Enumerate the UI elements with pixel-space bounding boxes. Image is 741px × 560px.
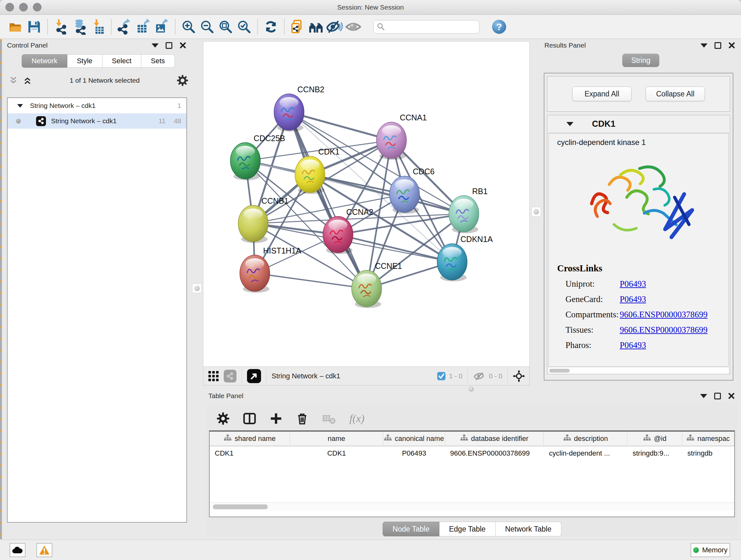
- node-CCNA1[interactable]: [377, 122, 407, 160]
- node-CCNE1[interactable]: [352, 270, 382, 308]
- memory-button[interactable]: Memory: [690, 543, 730, 557]
- column-header-database-identifier[interactable]: database identifier: [445, 432, 544, 446]
- network-canvas[interactable]: CCNB2CCNA1CDC25BCDK1CDC6RB1CCNB1CCNA2CDK…: [203, 42, 529, 367]
- node-CDKN1A[interactable]: [437, 244, 467, 281]
- column-header-canonical-name[interactable]: canonical name: [383, 432, 445, 446]
- help-button[interactable]: ?: [492, 20, 506, 34]
- cell-database-identifier[interactable]: 9606.ENSP00000378699: [445, 446, 544, 460]
- edge-CCNB2-CCNE1[interactable]: [289, 112, 367, 289]
- grid-view-icon[interactable]: [208, 370, 219, 382]
- tab-select[interactable]: Select: [103, 54, 141, 68]
- section-collapse-icon[interactable]: [566, 122, 574, 126]
- column-header-namespac[interactable]: namespac: [682, 432, 734, 446]
- refresh-button[interactable]: [262, 17, 280, 36]
- crosslink-link[interactable]: 9606.ENSP00000378699: [620, 325, 708, 335]
- tree-expand-icon[interactable]: [17, 104, 23, 108]
- results-horizontal-scrollbar[interactable]: [549, 367, 729, 374]
- node-CCNA2[interactable]: [323, 216, 353, 254]
- gear-icon[interactable]: [177, 75, 188, 86]
- close-panel-icon[interactable]: [179, 42, 186, 49]
- search-input[interactable]: [385, 23, 475, 30]
- birdseye-view-button[interactable]: [307, 17, 326, 36]
- pan-crosshair-icon[interactable]: [513, 370, 525, 382]
- node-CDC25B[interactable]: [230, 143, 260, 180]
- tab-edge-table[interactable]: Edge Table: [440, 522, 495, 537]
- zoom-out-button[interactable]: [198, 17, 216, 36]
- node-HIST1H1A[interactable]: [240, 255, 270, 293]
- cell-shared-name[interactable]: CDK1: [210, 446, 290, 460]
- expand-all-icon[interactable]: [23, 76, 32, 84]
- edge-HIST1H1A-CCNE1[interactable]: [255, 273, 367, 289]
- tab-sets[interactable]: Sets: [141, 54, 175, 68]
- tab-node-table[interactable]: Node Table: [383, 522, 440, 537]
- add-column-icon[interactable]: [270, 412, 282, 425]
- column-header-description[interactable]: description: [544, 432, 627, 446]
- network-share-icon[interactable]: [224, 370, 237, 382]
- node-RB1[interactable]: [449, 196, 479, 233]
- crosslink-link[interactable]: P06493: [620, 340, 646, 350]
- show-columns-icon[interactable]: [243, 412, 256, 425]
- cell--id[interactable]: stringdb:9...: [627, 446, 682, 460]
- tab-network-table[interactable]: Network Table: [495, 522, 561, 537]
- tab-style[interactable]: Style: [67, 54, 103, 68]
- float-panel-icon[interactable]: [714, 393, 721, 399]
- column-header--id[interactable]: @id: [627, 432, 682, 446]
- table-row[interactable]: CDK1CDK1P064939606.ENSP00000378699cyclin…: [210, 446, 734, 460]
- network-row[interactable]: String Network – cdk1 11 48: [8, 113, 186, 129]
- network-collection-row[interactable]: String Network – cdk1 1: [8, 98, 186, 113]
- panel-menu-icon[interactable]: [151, 44, 158, 48]
- zoom-in-button[interactable]: [179, 17, 198, 36]
- crosslink-link[interactable]: 9606.ENSP00000378699: [620, 310, 708, 320]
- column-header-shared-name[interactable]: shared name: [210, 432, 290, 446]
- collapse-all-button[interactable]: Collapse All: [646, 86, 705, 101]
- zoom-fit-button[interactable]: [216, 17, 235, 36]
- expand-all-button[interactable]: Expand All: [572, 86, 631, 101]
- crosslink-link[interactable]: P06493: [620, 294, 646, 304]
- collapse-all-icon[interactable]: [9, 76, 18, 84]
- cell-namespac[interactable]: stringdb: [682, 446, 734, 460]
- cloud-status-button[interactable]: [10, 543, 25, 557]
- cell-canonical-name[interactable]: P06493: [383, 446, 445, 460]
- cell-description[interactable]: cyclin-dependent ...: [544, 446, 627, 460]
- zoom-selected-button[interactable]: [235, 17, 253, 36]
- hidden-eye-icon[interactable]: [473, 371, 486, 381]
- warnings-button[interactable]: [37, 543, 52, 557]
- bottom-splitter-handle[interactable]: [468, 386, 474, 392]
- table-settings-gear-icon[interactable]: [217, 412, 229, 425]
- column-type-icon: [384, 434, 392, 443]
- close-panel-icon[interactable]: [728, 392, 735, 399]
- gene-name: CDK1: [592, 119, 616, 129]
- node-CCNB2[interactable]: [274, 94, 304, 132]
- toolbar-search-box[interactable]: [374, 20, 479, 34]
- tab-network[interactable]: Network: [22, 54, 67, 68]
- import-network-file-button[interactable]: [52, 17, 70, 36]
- node-CDK1[interactable]: [295, 156, 325, 194]
- hide-graphics-details-button[interactable]: [326, 17, 344, 36]
- annotations-button[interactable]: [288, 17, 307, 36]
- table-horizontal-scrollbar[interactable]: [210, 503, 734, 511]
- left-splitter-handle[interactable]: [192, 284, 202, 293]
- cell-name[interactable]: CDK1: [290, 446, 383, 460]
- show-graphics-details-button[interactable]: [344, 17, 362, 36]
- panel-menu-icon[interactable]: [700, 44, 708, 48]
- close-panel-icon[interactable]: [728, 42, 735, 49]
- right-splitter-handle[interactable]: [531, 207, 541, 216]
- selected-checkbox-icon[interactable]: [437, 372, 446, 381]
- import-table-button[interactable]: [89, 17, 107, 36]
- float-panel-icon[interactable]: [715, 42, 721, 49]
- detach-view-button[interactable]: [247, 369, 261, 383]
- node-CCNB1[interactable]: [238, 205, 268, 243]
- import-network-database-button[interactable]: [70, 17, 89, 36]
- control-panel: Control Panel NetworkStyleSelectSets 1 o…: [3, 42, 191, 530]
- delete-column-icon[interactable]: [296, 412, 309, 425]
- float-panel-icon[interactable]: [165, 42, 172, 49]
- save-session-button[interactable]: [25, 17, 44, 36]
- export-image-button[interactable]: [152, 17, 171, 36]
- tab-string[interactable]: String: [622, 54, 659, 67]
- column-header-name[interactable]: name: [290, 432, 383, 446]
- export-table-button[interactable]: [134, 17, 152, 36]
- export-network-button[interactable]: [116, 17, 134, 36]
- crosslink-link[interactable]: P06493: [620, 279, 646, 289]
- open-session-button[interactable]: [6, 17, 25, 36]
- panel-menu-icon[interactable]: [700, 394, 707, 398]
